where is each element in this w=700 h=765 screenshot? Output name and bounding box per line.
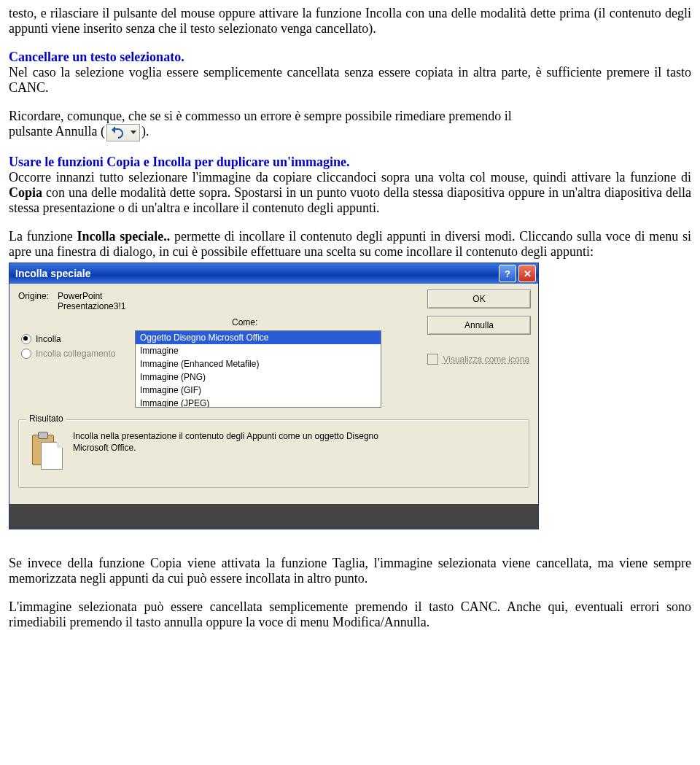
text-annulla-prefix: pulsante Annulla (: [9, 124, 105, 139]
close-button[interactable]: ✕: [518, 265, 536, 282]
text-annulla-suffix: ).: [141, 124, 149, 139]
radio-link-label: Incolla collegamento: [36, 349, 115, 359]
result-fieldset: Risultato Incolla nella presentazione il…: [18, 419, 529, 488]
radio-incolla-label: Incolla: [36, 334, 61, 344]
dialog-screenshot: Incolla speciale ? ✕ Origine: PowerPoint…: [9, 263, 691, 529]
paragraph-remember-a: Ricordare, comunque, che se si è commess…: [9, 109, 691, 124]
paragraph-after-2: L'immagine selezionata può essere cancel…: [9, 599, 691, 630]
text-copia-bold: Copia: [9, 185, 42, 200]
paragraph-special: La funzione Incolla speciale.. permette …: [9, 229, 691, 260]
dialog-title: Incolla speciale: [15, 268, 497, 279]
list-item[interactable]: Immagine (PNG): [136, 370, 381, 384]
help-button[interactable]: ?: [499, 265, 516, 282]
text-copyimg-a: Occorre innanzi tutto selezionare l'imma…: [9, 170, 691, 185]
origin-label: Origine:: [18, 291, 49, 311]
list-item[interactable]: Immagine (GIF): [136, 384, 381, 397]
come-label: Come:: [232, 317, 257, 327]
radio-incolla[interactable]: Incolla: [21, 332, 115, 346]
paragraph-after-1: Se invece della funzione Copia viene att…: [9, 556, 691, 586]
paragraph-cancel-body: Nel caso la selezione voglia essere semp…: [9, 65, 691, 96]
clipboard-icon: [29, 430, 63, 468]
result-text: Incolla nella presentazione il contenuto…: [73, 430, 386, 454]
format-listbox[interactable]: Oggetto Disegno Microsoft Office Immagin…: [135, 330, 381, 408]
cancel-button[interactable]: Annulla: [427, 316, 531, 335]
text-copyimg-b: con una delle modalità dette sopra. Spos…: [9, 185, 691, 215]
paste-special-dialog: Incolla speciale ? ✕ Origine: PowerPoint…: [9, 263, 539, 529]
origin-app: PowerPoint: [58, 291, 102, 301]
text-special-a: La funzione: [9, 229, 77, 244]
origin-object: Presentazione3!1: [58, 301, 125, 311]
chevron-down-icon: [131, 131, 136, 134]
show-icon-label: Visualizza come icona: [443, 354, 529, 365]
result-legend: Risultato: [26, 413, 66, 424]
checkbox-icon: [427, 354, 438, 365]
list-item[interactable]: Immagine: [136, 344, 381, 357]
radio-incolla-collegamento: Incolla collegamento: [21, 346, 115, 361]
cancel-label: Annulla: [464, 320, 494, 330]
list-item[interactable]: Immagine (JPEG): [136, 397, 381, 408]
heading-cancel: Cancellare un testo selezionato.: [9, 50, 184, 64]
list-item[interactable]: Oggetto Disegno Microsoft Office: [136, 331, 381, 344]
ok-label: OK: [472, 294, 485, 304]
ok-button[interactable]: OK: [427, 290, 531, 308]
paragraph-cancel: Cancellare un testo selezionato.: [9, 50, 691, 65]
text-special-bold: Incolla speciale..: [77, 229, 171, 244]
undo-icon: [106, 124, 140, 141]
dialog-bottom-strip: [9, 504, 538, 529]
list-item[interactable]: Immagine (Enhanced Metafile): [136, 357, 381, 370]
radio-off-icon: [21, 349, 31, 359]
heading-copyimg: Usare le funzioni Copia e Incolla per du…: [9, 155, 350, 169]
paragraph-copyimg: Usare le funzioni Copia e Incolla per du…: [9, 155, 691, 216]
radio-on-icon: [21, 334, 31, 344]
dialog-titlebar[interactable]: Incolla speciale ? ✕: [9, 263, 538, 284]
paragraph-intro: testo, e rilasciare il pulsante del mous…: [9, 6, 691, 36]
show-as-icon-checkbox: Visualizza come icona: [427, 354, 529, 365]
paragraph-remember-b: pulsante Annulla ( ).: [9, 124, 691, 141]
